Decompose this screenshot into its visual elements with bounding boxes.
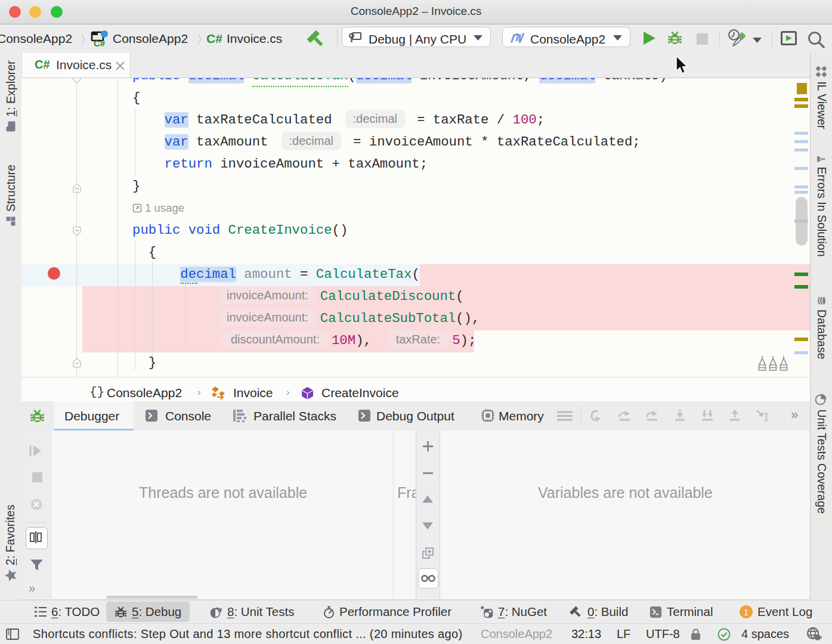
svg-text:C#: C# xyxy=(94,38,106,48)
